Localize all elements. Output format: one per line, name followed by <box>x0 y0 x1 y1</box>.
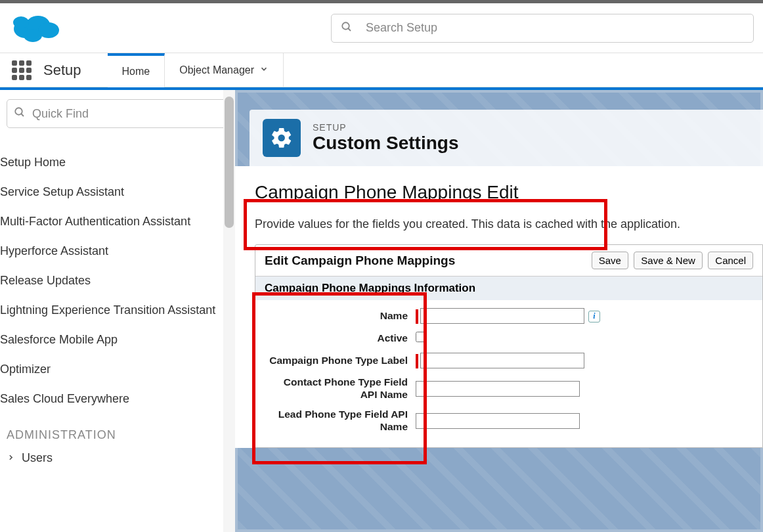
sidebar-item-optimizer[interactable]: Optimizer <box>0 355 229 384</box>
cancel-button[interactable]: Cancel <box>708 252 753 269</box>
nav-app-title: Setup <box>43 62 81 79</box>
gear-icon <box>263 119 301 157</box>
tab-label: Object Manager <box>179 64 254 76</box>
field-row-lead-api: Lead Phone Type Field API Name <box>265 409 753 433</box>
svg-point-5 <box>342 22 349 30</box>
sidebar-item-mfa-assistant[interactable]: Multi-Factor Authentication Assistant <box>0 207 229 236</box>
page-description: Provide values for the fields you create… <box>255 217 763 231</box>
content-area: SETUP Custom Settings Campaign Phone Map… <box>235 90 763 532</box>
field-label: Name <box>265 310 416 322</box>
quick-find-input[interactable] <box>32 107 221 121</box>
global-search-input[interactable] <box>366 21 744 35</box>
save-and-new-button[interactable]: Save & New <box>634 252 703 269</box>
sidebar-item-setup-home[interactable]: Setup Home <box>0 148 229 177</box>
field-label: Contact Phone Type Field API Name <box>265 376 416 401</box>
nav-bar: Setup Home Object Manager <box>0 53 763 87</box>
search-icon <box>341 21 353 35</box>
form-section-title: Campaign Phone Mappings Information <box>255 276 762 300</box>
header-title: Custom Settings <box>313 133 458 154</box>
field-label: Campaign Phone Type Label <box>265 355 416 367</box>
sidebar-item-service-setup-assistant[interactable]: Service Setup Assistant <box>0 177 229 207</box>
app-launcher-icon[interactable] <box>12 60 32 80</box>
edit-form: Edit Campaign Phone Mappings Save Save &… <box>255 244 763 448</box>
sidebar-scrollbar[interactable] <box>223 90 235 532</box>
field-label: Lead Phone Type Field API Name <box>265 409 416 433</box>
svg-line-6 <box>348 28 351 31</box>
sidebar-item-lex-transition[interactable]: Lightning Experience Transition Assistan… <box>0 296 229 325</box>
required-indicator <box>416 354 418 368</box>
required-indicator <box>416 309 418 324</box>
global-search[interactable] <box>331 14 754 43</box>
form-fields: Name i Active Campaign Ph <box>255 300 762 447</box>
tab-object-manager[interactable]: Object Manager <box>165 53 284 87</box>
setup-sidebar: Setup Home Service Setup Assistant Multi… <box>0 90 235 532</box>
save-button[interactable]: Save <box>592 252 628 269</box>
global-header <box>0 3 763 53</box>
scrollbar-thumb[interactable] <box>225 97 234 228</box>
salesforce-logo <box>9 9 62 47</box>
svg-point-7 <box>15 108 22 115</box>
main-area: Setup Home Service Setup Assistant Multi… <box>0 87 763 532</box>
campaign-phone-type-label-input[interactable] <box>420 353 584 368</box>
sidebar-item-label: Users <box>22 451 53 465</box>
lead-phone-api-input[interactable] <box>416 413 580 429</box>
tab-label: Home <box>122 66 150 78</box>
sidebar-item-sales-cloud-everywhere[interactable]: Sales Cloud Everywhere <box>0 384 229 414</box>
svg-point-4 <box>13 16 29 28</box>
form-button-row: Save Save & New Cancel <box>589 252 753 269</box>
info-icon[interactable]: i <box>588 311 600 322</box>
quick-find-box[interactable] <box>7 99 229 128</box>
sidebar-section-administration: ADMINISTRATION <box>7 428 229 442</box>
field-row-contact-api: Contact Phone Type Field API Name <box>265 376 753 401</box>
sidebar-item-release-updates[interactable]: Release Updates <box>0 266 229 296</box>
sidebar-item-users[interactable]: Users <box>7 447 229 465</box>
contact-phone-api-input[interactable] <box>416 381 580 397</box>
sidebar-item-mobile-app[interactable]: Salesforce Mobile App <box>0 325 229 355</box>
search-icon <box>14 106 26 121</box>
form-title: Edit Campaign Phone Mappings <box>265 254 455 268</box>
chevron-down-icon <box>259 64 269 76</box>
active-checkbox[interactable] <box>416 332 426 342</box>
tab-home[interactable]: Home <box>108 53 165 87</box>
svg-line-8 <box>21 114 24 116</box>
header-eyebrow: SETUP <box>313 122 458 133</box>
field-row-active: Active <box>265 332 753 345</box>
svg-point-3 <box>24 29 42 42</box>
page-body: Campaign Phone Mappings Edit Provide val… <box>235 166 763 448</box>
field-row-name: Name i <box>265 308 753 324</box>
field-row-phone-type-label: Campaign Phone Type Label <box>265 353 753 368</box>
page-title: Campaign Phone Mappings Edit <box>250 179 520 206</box>
name-input[interactable] <box>420 308 584 324</box>
chevron-right-icon <box>7 451 15 465</box>
field-label: Active <box>265 332 416 345</box>
sidebar-item-hyperforce-assistant[interactable]: Hyperforce Assistant <box>0 236 229 266</box>
page-header-card: SETUP Custom Settings <box>250 110 763 166</box>
